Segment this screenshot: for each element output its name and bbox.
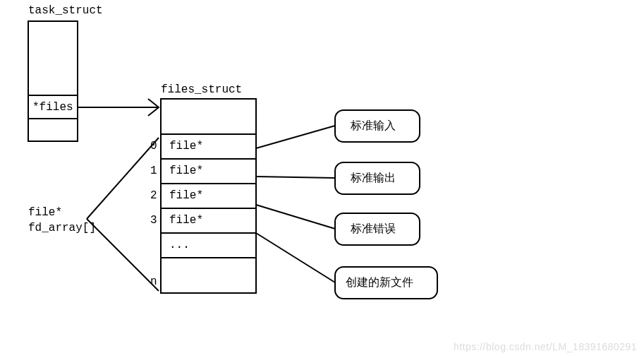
fd-row-2: file*: [169, 189, 203, 202]
svg-line-12: [87, 219, 159, 291]
fd-index-n: n: [150, 275, 157, 288]
target-newfile: 创建的新文件: [346, 275, 413, 290]
svg-line-11: [87, 138, 159, 219]
watermark: https://blog.csdn.net/LM_18391680291: [454, 341, 637, 352]
svg-line-17: [256, 126, 335, 148]
diagram-svg: [0, 0, 644, 358]
target-stdin: 标准输入: [351, 119, 396, 133]
fd-row-1: file*: [169, 165, 203, 177]
array-label-line2: fd_array[]: [28, 222, 96, 234]
fd-index-1: 1: [150, 165, 157, 177]
svg-line-18: [256, 177, 335, 178]
task-struct-title: task_struct: [28, 4, 103, 17]
target-stdout: 标准输出: [351, 171, 396, 186]
task-struct-files-field: *files: [32, 101, 73, 114]
array-label-line1: file*: [28, 206, 62, 219]
svg-line-20: [256, 233, 335, 282]
files-struct-title: files_struct: [161, 83, 242, 96]
fd-row-3: file*: [169, 214, 203, 227]
svg-rect-0: [28, 21, 78, 141]
fd-index-3: 3: [150, 214, 157, 227]
fd-row-0: file*: [169, 140, 203, 153]
target-stderr: 标准错误: [351, 222, 396, 237]
svg-line-19: [256, 205, 335, 229]
fd-index-0: 0: [150, 140, 157, 153]
fd-index-2: 2: [150, 189, 157, 202]
fd-row-ellipsis: ...: [169, 239, 190, 251]
